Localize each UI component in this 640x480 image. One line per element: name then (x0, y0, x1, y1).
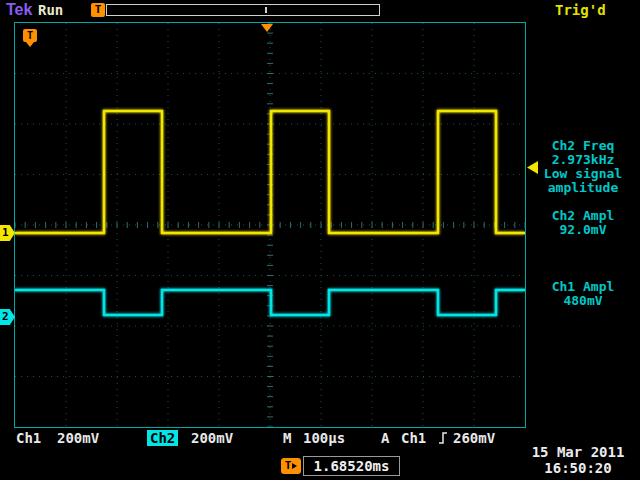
ch2-readout-label-selected: Ch2 (147, 430, 178, 446)
delay-time-value: 1.68520ms (303, 456, 400, 476)
ch2-ground-marker: 2 (0, 309, 15, 325)
measurement-ch2-freq: Ch2 Freq 2.973kHz Low signal amplitude (528, 139, 638, 195)
time-readout: 16:50:20 (522, 460, 634, 476)
trigger-marker-badge: T (91, 3, 105, 17)
measurement-warning: amplitude (528, 181, 638, 195)
delay-badge-letter: T (285, 459, 292, 472)
delay-time-badge: T (281, 458, 301, 474)
tek-logo: Tek (6, 1, 32, 19)
measurement-ch1-ampl: Ch1 Ampl 480mV (528, 280, 638, 308)
ch2-volts-per-div: 200mV (191, 430, 233, 446)
measurement-label: Ch2 Freq (528, 139, 638, 153)
delay-reference-arrow-icon (26, 42, 34, 47)
trigger-status: Trig'd (555, 2, 606, 18)
measurement-value: 480mV (528, 294, 638, 308)
record-view-bar (106, 4, 380, 16)
ch1-ground-marker: 1 (0, 225, 15, 241)
record-view-trigger-tick (265, 7, 267, 13)
measurement-value: 2.973kHz (528, 153, 638, 167)
measurement-ch2-ampl: Ch2 Ampl 92.0mV (528, 209, 638, 237)
measurement-warning: Low signal (528, 167, 638, 181)
measurement-label: Ch1 Ampl (528, 280, 638, 294)
waveform-display (15, 23, 525, 427)
graticule: T (14, 22, 526, 428)
delay-badge-arrow-icon (292, 463, 297, 469)
trigger-level-value: 260mV (453, 430, 495, 446)
acquisition-status: Run (38, 2, 63, 18)
rising-edge-icon (438, 431, 448, 445)
timebase-value: 100µs (303, 430, 345, 446)
ch1-readout-label: Ch1 (16, 430, 41, 446)
ch1-volts-per-div: 200mV (57, 430, 99, 446)
timebase-label: M (283, 430, 291, 446)
trigger-source: Ch1 (401, 430, 426, 446)
date-readout: 15 Mar 2011 (522, 444, 634, 460)
measurement-label: Ch2 Ampl (528, 209, 638, 223)
delay-reference-marker: T (23, 29, 37, 42)
oscilloscope-display: { "colors": { "bg": "#000000", "screen_b… (0, 0, 640, 480)
measurement-value: 92.0mV (528, 223, 638, 237)
trigger-readout-label: A (381, 430, 389, 446)
